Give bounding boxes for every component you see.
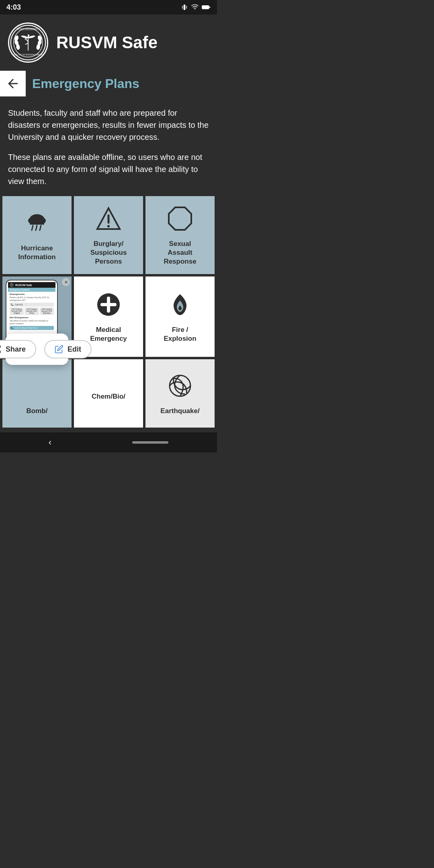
svg-text:SCHOOL OF VETERINARY MEDICINE: SCHOOL OF VETERINARY MEDICINE (10, 53, 46, 56)
grid-label-medical: MedicalEmergency (90, 326, 127, 343)
description-para1: Students, faculty and staff who are prep… (8, 107, 209, 143)
share-button[interactable]: Share (0, 340, 36, 358)
grid-item-earthquake[interactable]: Earthquake/ (145, 359, 215, 428)
wifi-icon (191, 4, 199, 11)
svg-point-29 (0, 351, 0, 353)
back-arrow-icon (6, 76, 20, 91)
svg-line-20 (32, 225, 33, 230)
phone-nonemergency-title: Non-Emergencies (10, 316, 54, 319)
svg-point-25 (107, 225, 110, 227)
section-title: Emergency Plans (32, 76, 139, 91)
phone-emergency-text: Please call 911 or Campus Security SOC f… (10, 296, 54, 301)
grid-label-burglary: Burglary/SuspiciousPersons (90, 240, 127, 266)
university-logo: ROSS UNIVERSITY SCHOOL OF VETERINARY MED… (8, 23, 48, 63)
emergency-plans-grid: HurricaneInformation Burglary/Suspicious… (0, 194, 217, 430)
status-time: 4:03 (6, 3, 21, 12)
octagon-icon (167, 206, 193, 235)
phone-emergency-title: Emergencies (10, 293, 54, 295)
grid-item-bomb[interactable]: Bomb/ (2, 359, 72, 428)
svg-marker-26 (169, 207, 191, 230)
phone-btn-mainline: Call CampusSecurity SOC(Mainline) (40, 307, 54, 315)
phone-pulled-over: Call I've Been Pulled Over (14, 327, 38, 329)
phone-btn-flow: Call CampusSecurity SOC(Flow) (25, 307, 39, 315)
svg-rect-2 (186, 6, 187, 9)
svg-rect-4 (209, 6, 211, 8)
grid-label-assault: SexualAssaultResponse (164, 240, 196, 266)
earthquake-icon (167, 373, 193, 402)
grid-label-chembio: Chem/Bio/ (92, 392, 125, 401)
bottom-nav: ‹ (0, 432, 217, 452)
svg-point-12 (14, 35, 19, 42)
phone-nonemergency-text: Tap below to access useful non-emergency… (10, 319, 54, 325)
grid-label-fire: Fire /Explosion (164, 326, 196, 343)
phone-nav-item: Emergency Contacts (10, 289, 30, 291)
app-title: RUSVM Safe (56, 33, 158, 52)
battery-icon (202, 4, 211, 10)
description-block: Students, faculty and staff who are prep… (0, 100, 217, 194)
phone-btn-digital: Call CampusSecurity SOC(Digital) (10, 307, 24, 315)
svg-point-15 (37, 35, 42, 42)
svg-rect-19 (30, 221, 44, 225)
header: ROSS UNIVERSITY SCHOOL OF VETERINARY MED… (0, 14, 217, 67)
back-button[interactable] (0, 71, 26, 96)
status-icons (181, 4, 211, 11)
svg-rect-0 (184, 4, 186, 10)
fire-icon (167, 292, 193, 321)
edit-icon (55, 345, 63, 354)
grid-item-burglary[interactable]: Burglary/SuspiciousPersons (74, 196, 143, 274)
hurricane-icon (24, 210, 50, 239)
phone-call-911: Call 911 (15, 303, 23, 306)
grid-item-hurricane[interactable]: HurricaneInformation (2, 196, 72, 274)
description-para2: These plans are available offline, so us… (8, 151, 209, 187)
edit-button[interactable]: Edit (44, 340, 92, 358)
warning-icon (96, 206, 121, 235)
grid-label-earthquake: Earthquake/ (160, 407, 199, 416)
svg-text:ROSS UNIVERSITY: ROSS UNIVERSITY (16, 28, 40, 31)
vibrate-icon (181, 4, 188, 11)
phone-app-name: RUSVM Safe (15, 284, 32, 287)
edit-label: Edit (68, 345, 81, 354)
grid-label-hurricane: HurricaneInformation (18, 244, 56, 262)
svg-rect-1 (182, 6, 183, 9)
grid-item-chembio[interactable]: Chem/Bio/ (74, 359, 143, 428)
grid-item-bomb-mockup[interactable]: RUSVM Safe Emergency Contacts Emergencie… (2, 276, 72, 357)
nav-back-arrow[interactable]: ‹ (49, 437, 51, 448)
logo-svg: ROSS UNIVERSITY SCHOOL OF VETERINARY MED… (10, 25, 46, 61)
bomb-icon (24, 373, 50, 402)
grid-item-fire[interactable]: Fire /Explosion (145, 276, 215, 357)
svg-rect-3 (202, 6, 209, 9)
share-label: Share (6, 345, 26, 354)
grid-item-assault[interactable]: SexualAssaultResponse (145, 196, 215, 274)
medical-icon (96, 292, 121, 321)
svg-line-22 (40, 225, 41, 230)
section-header: Emergency Plans (0, 67, 217, 100)
nav-pill[interactable] (132, 441, 168, 444)
grid-label-bomb: Bomb/ (27, 407, 48, 416)
status-bar: 4:03 (0, 0, 217, 14)
share-popup: Share Edit (6, 334, 68, 365)
share-icon (0, 345, 2, 354)
close-button[interactable]: ✕ (62, 278, 70, 286)
svg-point-27 (0, 346, 0, 348)
svg-line-21 (36, 225, 37, 230)
